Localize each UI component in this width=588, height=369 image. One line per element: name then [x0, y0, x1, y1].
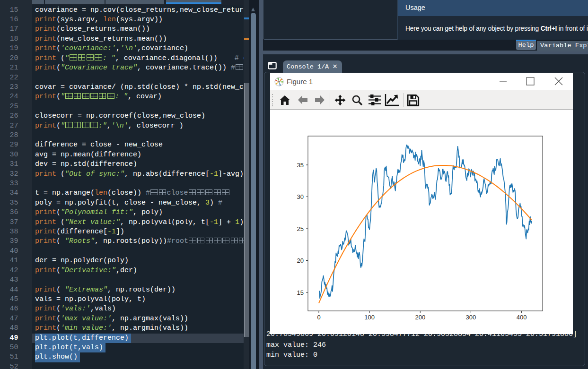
- svg-text:400: 400: [517, 314, 527, 321]
- svg-text:300: 300: [466, 314, 476, 321]
- svg-text:35: 35: [297, 162, 304, 169]
- svg-text:200: 200: [415, 314, 425, 321]
- svg-text:0: 0: [317, 314, 320, 321]
- svg-text:30: 30: [297, 193, 304, 200]
- svg-text:100: 100: [364, 314, 375, 321]
- svg-text:25: 25: [297, 225, 304, 232]
- svg-text:20: 20: [297, 257, 304, 264]
- svg-text:15: 15: [297, 289, 304, 296]
